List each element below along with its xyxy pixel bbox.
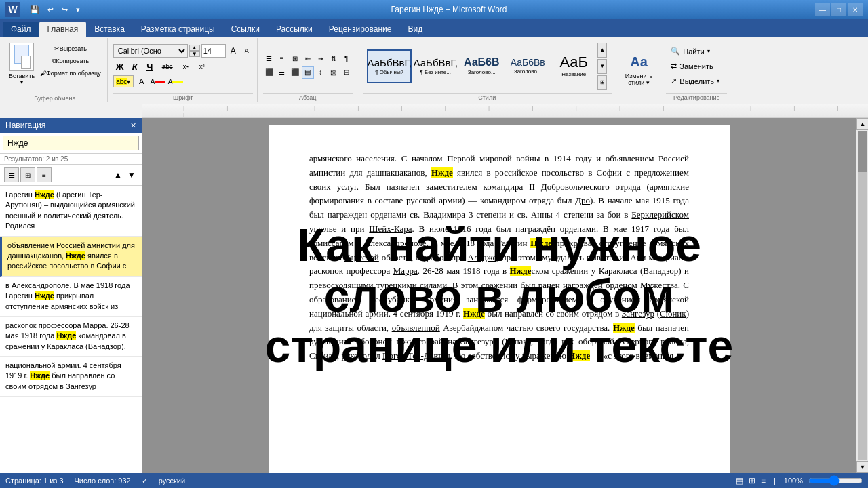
nav-view-outline-btn[interactable]: ≡ — [37, 167, 52, 182]
nav-result-3[interactable]: раскопок профессора Марра. 26-28 мая 191… — [0, 317, 142, 357]
zoom-level[interactable]: 100% — [784, 476, 803, 485]
scroll-down-btn[interactable]: ▼ — [856, 461, 868, 473]
nav-panel-header: Навигация ✕ — [0, 118, 142, 133]
view-normal-btn[interactable]: ▤ — [736, 476, 743, 485]
undo-quick-btn[interactable]: ↩ — [45, 4, 56, 16]
tab-references[interactable]: Ссылки — [223, 22, 268, 37]
font-size-decrease-btn[interactable]: ▼ — [189, 51, 200, 57]
zoom-separator: | — [774, 476, 776, 485]
close-btn[interactable]: ✕ — [848, 3, 863, 16]
font-grow-btn[interactable]: A — [227, 45, 239, 57]
font-color-button[interactable]: A — [150, 75, 166, 87]
decrease-indent-btn[interactable]: ⇤ — [302, 53, 314, 65]
editing-group: 🔍 Найти ▾ ⇄ Заменить ↗ Выделить ▾ Редакт… — [662, 38, 731, 102]
style-heading1[interactable]: АаБ6В Заголово... — [459, 49, 504, 83]
nav-next-btn[interactable]: ▼ — [125, 169, 138, 181]
justify-btn[interactable]: ▤ — [302, 66, 314, 79]
styles-expand[interactable]: ⊞ — [597, 75, 607, 90]
customize-quick-btn[interactable]: ▾ — [73, 4, 83, 16]
scroll-thumb[interactable] — [858, 131, 867, 172]
window-title: Гарегин Нжде – Microsoft Word — [83, 5, 815, 14]
bullets-btn[interactable]: ☰ — [263, 53, 275, 65]
nav-view-thumb-btn[interactable]: ⊞ — [20, 167, 35, 182]
italic-button[interactable]: К — [128, 60, 142, 73]
document-page[interactable]: армянского населения. С началом Первой м… — [269, 125, 730, 473]
multilevel-list-btn[interactable]: ⊞ — [289, 53, 301, 65]
minimize-btn[interactable]: — — [815, 3, 830, 16]
align-center-btn[interactable]: ☰ — [276, 66, 288, 79]
styles-scroll-up[interactable]: ▲ — [597, 43, 607, 58]
page-info[interactable]: Страница: 1 из 3 — [5, 476, 64, 485]
shading-btn[interactable]: ▧ — [328, 66, 340, 79]
title-bar: W 💾 ↩ ↪ ▾ Гарегин Нжде – Microsoft Word … — [0, 0, 868, 19]
scroll-track[interactable] — [858, 131, 867, 460]
ribbon: Вставить ▾ ✂ Вырезать ⧉ Копировать 🖌 Фор… — [0, 37, 868, 104]
style-normal[interactable]: АаБбВвГ, ¶ Обычный — [367, 49, 412, 83]
nav-result-4[interactable]: национальной армии. 4 сентября 1919 г. Н… — [0, 357, 142, 396]
style-title[interactable]: АаБ Название — [551, 49, 596, 83]
font-highlight-button[interactable]: A — [167, 75, 184, 87]
font-size-input[interactable] — [201, 44, 226, 58]
nav-result-1[interactable]: объявлением Россией амнистии для дашнакц… — [0, 237, 142, 277]
text-highlight-button[interactable]: abc▾ — [113, 75, 134, 87]
tab-review[interactable]: Рецензирование — [321, 22, 400, 37]
nav-result-0[interactable]: Гарегин Нжде (Гарегин Тер-Арутюнян) – вы… — [0, 186, 142, 237]
styles-scroll-down[interactable]: ▼ — [597, 59, 607, 74]
copy-button[interactable]: ⧉ Копировать — [38, 56, 103, 66]
zoom-slider[interactable] — [808, 475, 863, 486]
tab-mailings[interactable]: Рассылки — [268, 22, 321, 37]
nav-results-list: Гарегин Нжде (Гарегин Тер-Арутюнян) – вы… — [0, 186, 142, 473]
font-group-label: Шрифт — [113, 93, 253, 101]
font-name-select[interactable]: Calibri (Осно — [113, 44, 188, 58]
align-right-btn[interactable]: ⬛ — [289, 66, 301, 79]
nav-result-2[interactable]: в Александрополе. В мае 1918 года Гареги… — [0, 277, 142, 317]
nav-view-list-btn[interactable]: ☰ — [4, 167, 19, 182]
font-shrink-btn[interactable]: A — [241, 45, 253, 57]
word-count[interactable]: Число слов: 932 — [75, 476, 131, 485]
select-button[interactable]: ↗ Выделить ▾ — [666, 75, 727, 88]
style-heading2[interactable]: АаБ6Вв Заголово... — [505, 49, 550, 83]
nav-results-info: Результатов: 2 из 25 — [0, 154, 142, 165]
view-reading-btn[interactable]: ⊞ — [749, 476, 755, 485]
document-area[interactable]: армянского населения. С началом Первой м… — [142, 118, 856, 473]
subscript-button[interactable]: х₂ — [178, 60, 193, 73]
language-info[interactable]: русский — [159, 476, 185, 485]
show-marks-btn[interactable]: ¶ — [340, 53, 353, 65]
nav-panel-close[interactable]: ✕ — [130, 121, 136, 130]
tab-file[interactable]: Файл — [3, 22, 39, 37]
view-web-btn[interactable]: ≡ — [761, 476, 766, 485]
tab-layout[interactable]: Разметка страницы — [133, 22, 223, 37]
strikethrough-button[interactable]: abc — [158, 60, 177, 73]
nav-search-input[interactable] — [3, 136, 139, 150]
underline-button[interactable]: Ч — [143, 60, 157, 73]
line-spacing-btn[interactable]: ↕ — [315, 66, 327, 79]
clipboard-group: Вставить ▾ ✂ Вырезать ⧉ Копировать 🖌 Фор… — [3, 38, 108, 102]
border-btn[interactable]: ⊟ — [340, 66, 353, 79]
cut-button[interactable]: ✂ Вырезать — [38, 43, 103, 54]
bold-button[interactable]: Ж — [113, 60, 127, 73]
font-size-increase-btn[interactable]: ▲ — [189, 45, 200, 51]
nav-prev-btn[interactable]: ▲ — [112, 169, 124, 181]
superscript-button[interactable]: х² — [195, 60, 210, 73]
format-painter-button[interactable]: 🖌 Формат по образцу — [38, 68, 103, 79]
align-left-btn[interactable]: ⬛ — [263, 66, 275, 79]
sort-btn[interactable]: ⇅ — [328, 53, 340, 65]
increase-indent-btn[interactable]: ⇥ — [315, 53, 327, 65]
replace-button[interactable]: ⇄ Заменить — [666, 60, 727, 73]
save-quick-btn[interactable]: 💾 — [27, 4, 42, 16]
maximize-btn[interactable]: □ — [831, 3, 846, 16]
right-scroll-panel[interactable]: ▲ ▼ — [856, 118, 868, 473]
redo-quick-btn[interactable]: ↪ — [59, 4, 71, 16]
clear-formatting-btn[interactable]: A — [135, 75, 149, 87]
tab-insert[interactable]: Вставка — [86, 22, 133, 37]
nav-search-area — [0, 133, 142, 154]
paste-button[interactable]: Вставить ▾ — [7, 41, 37, 92]
change-styles-button[interactable]: Aa Изменитьстили ▾ — [620, 47, 658, 94]
find-button[interactable]: 🔍 Найти ▾ — [666, 45, 727, 58]
tab-home[interactable]: Главная — [39, 22, 87, 37]
numbering-btn[interactable]: ≡ — [276, 53, 288, 65]
scroll-up-btn[interactable]: ▲ — [856, 118, 868, 130]
status-right: ▤ ⊞ ≡ | 100% — [736, 475, 863, 486]
style-no-spacing[interactable]: АаБбВвГ, ¶ Без инте... — [413, 49, 458, 83]
tab-view[interactable]: Вид — [399, 22, 431, 37]
